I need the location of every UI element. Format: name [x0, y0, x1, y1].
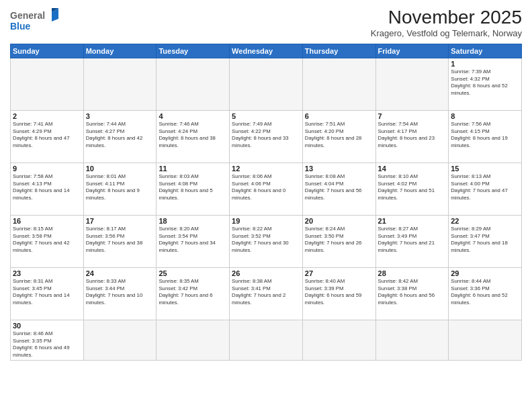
- empty-cell: [302, 58, 375, 111]
- svg-text:General: General: [10, 10, 45, 21]
- day-24: 24 Sunrise: 8:33 AM Sunset: 3:44 PM Dayl…: [83, 268, 157, 320]
- day-18: 18 Sunrise: 8:20 AM Sunset: 3:54 PM Dayl…: [157, 216, 230, 268]
- location-subtitle: Kragero, Vestfold og Telemark, Norway: [371, 28, 522, 38]
- day-12: 12 Sunrise: 8:06 AM Sunset: 4:06 PM Dayl…: [230, 163, 303, 216]
- day-7: 7 Sunrise: 7:54 AM Sunset: 4:17 PM Dayli…: [375, 111, 449, 163]
- header-thursday: Thursday: [302, 44, 375, 58]
- day-14: 14 Sunrise: 8:10 AM Sunset: 4:02 PM Dayl…: [375, 163, 449, 216]
- day-29: 29 Sunrise: 8:44 AM Sunset: 3:36 PM Dayl…: [449, 268, 522, 320]
- header-friday: Friday: [375, 44, 449, 58]
- logo-icon: General Blue: [10, 7, 64, 35]
- empty-cell: [157, 58, 230, 111]
- calendar-table: Sunday Monday Tuesday Wednesday Thursday…: [10, 44, 522, 361]
- week-row-2: 2 Sunrise: 7:41 AM Sunset: 4:29 PM Dayli…: [11, 111, 522, 163]
- title-block: November 2025 Kragero, Vestfold og Telem…: [371, 7, 522, 38]
- day-21: 21 Sunrise: 8:27 AM Sunset: 3:49 PM Dayl…: [375, 216, 449, 268]
- weekday-header-row: Sunday Monday Tuesday Wednesday Thursday…: [11, 44, 522, 58]
- week-row-1: 1 Sunrise: 7:39 AM Sunset: 4:32 PM Dayli…: [11, 58, 522, 111]
- day-23: 23 Sunrise: 8:31 AM Sunset: 3:45 PM Dayl…: [11, 268, 84, 320]
- day-22: 22 Sunrise: 8:29 AM Sunset: 3:47 PM Dayl…: [449, 216, 522, 268]
- day-11: 11 Sunrise: 8:03 AM Sunset: 4:08 PM Dayl…: [157, 163, 230, 216]
- header-sunday: Sunday: [11, 44, 84, 58]
- day-4: 4 Sunrise: 7:46 AM Sunset: 4:24 PM Dayli…: [157, 111, 230, 163]
- day-20: 20 Sunrise: 8:24 AM Sunset: 3:50 PM Dayl…: [302, 216, 375, 268]
- empty-cell: [302, 320, 375, 361]
- day-28: 28 Sunrise: 8:42 AM Sunset: 3:38 PM Dayl…: [375, 268, 449, 320]
- header-tuesday: Tuesday: [157, 44, 230, 58]
- week-row-6: 30 Sunrise: 8:46 AM Sunset: 3:35 PM Dayl…: [11, 320, 522, 361]
- empty-cell: [449, 320, 522, 361]
- day-15: 15 Sunrise: 8:13 AM Sunset: 4:00 PM Dayl…: [449, 163, 522, 216]
- empty-cell: [83, 58, 157, 111]
- day-30: 30 Sunrise: 8:46 AM Sunset: 3:35 PM Dayl…: [11, 320, 84, 361]
- empty-cell: [375, 58, 449, 111]
- day-9: 9 Sunrise: 7:58 AM Sunset: 4:13 PM Dayli…: [11, 163, 84, 216]
- empty-cell: [375, 320, 449, 361]
- empty-cell: [11, 58, 84, 111]
- page-header: General Blue November 2025 Kragero, Vest…: [10, 7, 522, 38]
- day-8: 8 Sunrise: 7:56 AM Sunset: 4:15 PM Dayli…: [449, 111, 522, 163]
- header-wednesday: Wednesday: [230, 44, 303, 58]
- day-10: 10 Sunrise: 8:01 AM Sunset: 4:11 PM Dayl…: [83, 163, 157, 216]
- day-2: 2 Sunrise: 7:41 AM Sunset: 4:29 PM Dayli…: [11, 111, 84, 163]
- day-3: 3 Sunrise: 7:44 AM Sunset: 4:27 PM Dayli…: [83, 111, 157, 163]
- week-row-3: 9 Sunrise: 7:58 AM Sunset: 4:13 PM Dayli…: [11, 163, 522, 216]
- week-row-4: 16 Sunrise: 8:15 AM Sunset: 3:58 PM Dayl…: [11, 216, 522, 268]
- svg-text:Blue: Blue: [10, 21, 31, 32]
- empty-cell: [230, 58, 303, 111]
- empty-cell: [83, 320, 157, 361]
- week-row-5: 23 Sunrise: 8:31 AM Sunset: 3:45 PM Dayl…: [11, 268, 522, 320]
- day-6: 6 Sunrise: 7:51 AM Sunset: 4:20 PM Dayli…: [302, 111, 375, 163]
- day-19: 19 Sunrise: 8:22 AM Sunset: 3:52 PM Dayl…: [230, 216, 303, 268]
- day-27: 27 Sunrise: 8:40 AM Sunset: 3:39 PM Dayl…: [302, 268, 375, 320]
- empty-cell: [230, 320, 303, 361]
- month-title: November 2025: [371, 7, 522, 28]
- day-16: 16 Sunrise: 8:15 AM Sunset: 3:58 PM Dayl…: [11, 216, 84, 268]
- header-monday: Monday: [83, 44, 157, 58]
- day-25: 25 Sunrise: 8:35 AM Sunset: 3:42 PM Dayl…: [157, 268, 230, 320]
- header-saturday: Saturday: [449, 44, 522, 58]
- empty-cell: [157, 320, 230, 361]
- logo: General Blue: [10, 7, 64, 35]
- day-1: 1 Sunrise: 7:39 AM Sunset: 4:32 PM Dayli…: [449, 58, 522, 111]
- day-5: 5 Sunrise: 7:49 AM Sunset: 4:22 PM Dayli…: [230, 111, 303, 163]
- day-17: 17 Sunrise: 8:17 AM Sunset: 3:56 PM Dayl…: [83, 216, 157, 268]
- day-13: 13 Sunrise: 8:08 AM Sunset: 4:04 PM Dayl…: [302, 163, 375, 216]
- day-26: 26 Sunrise: 8:38 AM Sunset: 3:41 PM Dayl…: [230, 268, 303, 320]
